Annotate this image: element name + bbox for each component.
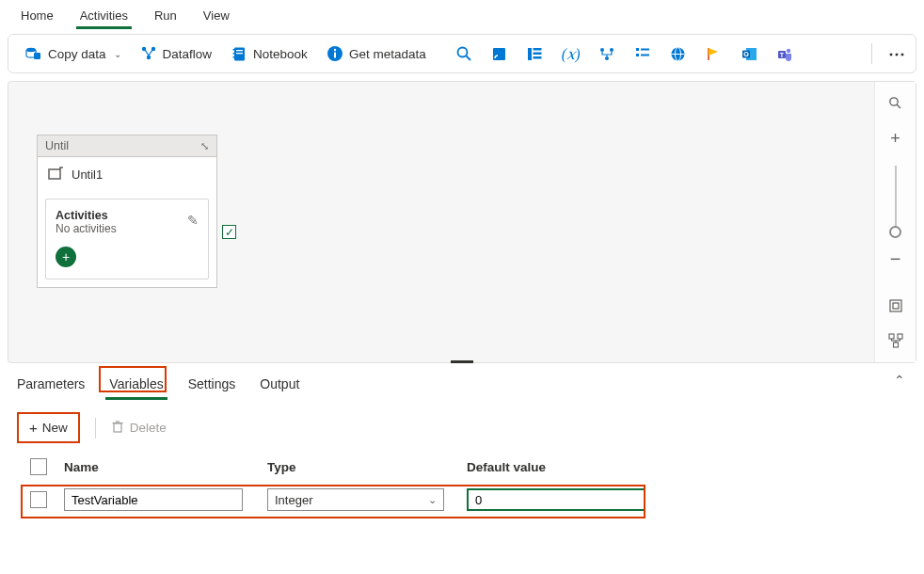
copy-data-icon bbox=[25, 45, 42, 62]
form-icon[interactable] bbox=[633, 44, 652, 63]
variable-icon[interactable]: (𝑥) bbox=[562, 44, 581, 63]
svg-rect-12 bbox=[334, 53, 336, 58]
variables-toolbar: + New Delete bbox=[0, 399, 924, 443]
new-label: New bbox=[42, 421, 68, 435]
svg-line-15 bbox=[466, 56, 470, 61]
variables-table: Name Type Default value Integer ⌄ bbox=[23, 453, 901, 518]
svg-point-22 bbox=[610, 48, 613, 52]
tab-settings[interactable]: Settings bbox=[184, 373, 240, 399]
toolbar-separator bbox=[871, 43, 872, 64]
zoom-slider-knob[interactable] bbox=[889, 226, 901, 238]
notebook-button[interactable]: Notebook bbox=[223, 41, 315, 66]
row-checkbox[interactable] bbox=[30, 491, 47, 508]
flag-icon[interactable] bbox=[705, 44, 724, 63]
zoom-slider[interactable] bbox=[895, 166, 897, 232]
variable-type-select[interactable]: Integer ⌄ bbox=[267, 488, 444, 511]
outlook-icon[interactable] bbox=[741, 44, 759, 63]
menu-run[interactable]: Run bbox=[141, 3, 190, 28]
svg-rect-6 bbox=[236, 50, 243, 51]
svg-rect-18 bbox=[534, 48, 542, 51]
validation-check-icon: ✓ bbox=[222, 225, 236, 239]
chevron-down-icon: ⌄ bbox=[428, 494, 437, 506]
add-activity-button[interactable]: + bbox=[56, 247, 76, 267]
svg-point-4 bbox=[146, 56, 150, 59]
collapse-icon[interactable]: ⤡ bbox=[200, 140, 209, 152]
svg-rect-37 bbox=[49, 169, 60, 179]
svg-rect-19 bbox=[534, 52, 542, 55]
menu-activities[interactable]: Activities bbox=[67, 3, 141, 28]
svg-text:T: T bbox=[780, 51, 785, 57]
zoom-out-button[interactable]: − bbox=[884, 247, 908, 271]
svg-point-13 bbox=[334, 49, 336, 51]
new-variable-button[interactable]: + New bbox=[20, 415, 77, 440]
layout-button[interactable] bbox=[884, 329, 908, 353]
toolbar-separator-2 bbox=[95, 418, 96, 438]
tab-variables[interactable]: Variables bbox=[105, 373, 167, 399]
svg-rect-16 bbox=[493, 48, 505, 60]
canvas-search-button[interactable] bbox=[884, 91, 908, 115]
panel-collapse-button[interactable]: ⌃ bbox=[894, 373, 905, 388]
svg-rect-8 bbox=[232, 49, 234, 51]
activity-type-label: Until bbox=[45, 139, 69, 152]
svg-rect-27 bbox=[641, 55, 649, 56]
svg-rect-7 bbox=[236, 53, 243, 54]
chevron-down-icon: ⌄ bbox=[114, 49, 121, 59]
svg-point-21 bbox=[600, 48, 604, 52]
svg-rect-32 bbox=[742, 50, 750, 57]
pipeline-icon[interactable] bbox=[597, 44, 616, 63]
notebook-label: Notebook bbox=[253, 47, 308, 61]
activity-name: Until1 bbox=[72, 167, 103, 182]
menu-home[interactable]: Home bbox=[8, 3, 67, 28]
dataflow-button[interactable]: Dataflow bbox=[133, 41, 220, 66]
header-name: Name bbox=[64, 460, 267, 474]
get-metadata-label: Get metadata bbox=[349, 47, 426, 61]
get-metadata-button[interactable]: Get metadata bbox=[319, 41, 434, 66]
header-default: Default value bbox=[467, 460, 653, 474]
svg-point-14 bbox=[457, 48, 467, 57]
copy-data-label: Copy data bbox=[48, 47, 106, 61]
tab-output[interactable]: Output bbox=[256, 373, 303, 399]
activity-card-header: Until ⤡ bbox=[38, 136, 216, 157]
script-icon[interactable] bbox=[490, 44, 509, 63]
toolbar-icon-group: (𝑥) T bbox=[454, 44, 795, 63]
activities-label: Activities bbox=[56, 209, 199, 222]
pipeline-canvas[interactable]: Until ⤡ Until1 Activities No activities … bbox=[8, 81, 916, 363]
menu-view[interactable]: View bbox=[190, 3, 243, 28]
svg-rect-40 bbox=[890, 300, 901, 311]
variable-name-input[interactable] bbox=[64, 488, 243, 511]
svg-rect-5 bbox=[234, 47, 245, 60]
top-menu: Home Activities Run View bbox=[0, 0, 924, 30]
no-activities-label: No activities bbox=[56, 222, 199, 235]
edit-icon[interactable]: ✎ bbox=[187, 213, 199, 228]
globe-icon[interactable] bbox=[669, 44, 688, 63]
more-button[interactable]: ⋯ bbox=[887, 44, 906, 63]
svg-rect-41 bbox=[893, 303, 899, 309]
tab-parameters[interactable]: Parameters bbox=[13, 373, 88, 399]
dataflow-label: Dataflow bbox=[163, 47, 213, 61]
svg-point-38 bbox=[890, 98, 898, 105]
list-icon[interactable] bbox=[526, 44, 545, 63]
svg-rect-1 bbox=[34, 53, 40, 59]
highlight-new-button: + New bbox=[17, 412, 80, 443]
delete-label: Delete bbox=[130, 421, 167, 435]
info-icon bbox=[327, 45, 343, 62]
svg-rect-17 bbox=[528, 48, 532, 60]
variable-default-input[interactable] bbox=[467, 488, 645, 511]
until-activity-card[interactable]: Until ⤡ Until1 Activities No activities … bbox=[37, 135, 217, 288]
svg-rect-45 bbox=[114, 423, 121, 432]
svg-rect-9 bbox=[232, 53, 234, 55]
dataflow-icon bbox=[140, 45, 157, 62]
trash-icon bbox=[111, 420, 124, 437]
select-all-checkbox[interactable] bbox=[30, 458, 47, 475]
notebook-icon bbox=[231, 45, 247, 62]
until-icon bbox=[47, 166, 64, 183]
header-type: Type bbox=[267, 460, 467, 474]
teams-icon[interactable]: T bbox=[776, 44, 795, 63]
copy-data-button[interactable]: Copy data ⌄ bbox=[18, 41, 129, 66]
table-row: Integer ⌄ bbox=[23, 481, 901, 518]
search-icon[interactable] bbox=[454, 44, 473, 63]
delete-variable-button[interactable]: Delete bbox=[111, 420, 167, 437]
fit-screen-button[interactable] bbox=[884, 294, 908, 317]
canvas-controls: + − bbox=[874, 82, 916, 362]
zoom-in-button[interactable]: + bbox=[884, 126, 908, 150]
